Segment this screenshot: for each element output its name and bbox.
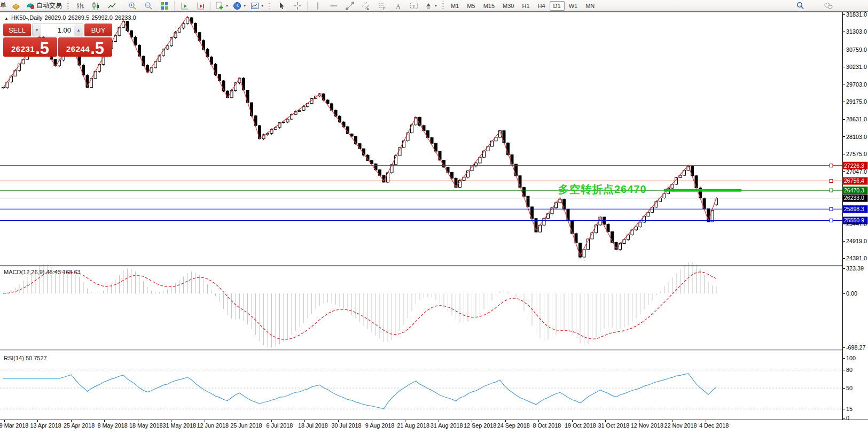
arrows-button[interactable]: ▾ bbox=[422, 0, 439, 11]
sell-price-frac: .5 bbox=[35, 42, 49, 56]
rsi-indicator-label: RSI(14) 50.7527 bbox=[4, 355, 47, 361]
volume-down-button[interactable]: ▼ bbox=[33, 24, 41, 36]
highlight-trendline[interactable] bbox=[664, 189, 741, 192]
buy-price-button[interactable]: 26244.5 bbox=[58, 37, 112, 57]
date-label: 22 Nov 2018 bbox=[664, 422, 697, 429]
svg-text:29703.0: 29703.0 bbox=[846, 81, 867, 88]
svg-text:28631.0: 28631.0 bbox=[846, 116, 867, 122]
periods-button[interactable]: ▾ bbox=[231, 0, 248, 11]
vertical-line-button[interactable] bbox=[310, 0, 325, 11]
svg-text:50: 50 bbox=[846, 385, 853, 391]
svg-text:29175.0: 29175.0 bbox=[846, 98, 867, 105]
timeframe-m30[interactable]: M30 bbox=[499, 1, 518, 11]
sell-button[interactable]: SELL bbox=[3, 24, 31, 36]
horizontal-price-line[interactable] bbox=[0, 207, 842, 211]
date-label: 31 Oct 2018 bbox=[598, 422, 629, 429]
timeframe-m1[interactable]: M1 bbox=[447, 1, 463, 11]
horizontal-price-line[interactable] bbox=[0, 164, 842, 167]
buy-button[interactable]: BUY bbox=[84, 24, 112, 36]
volume-value[interactable]: 1.00 bbox=[41, 24, 74, 36]
main-toolbar: 单 自动交易 ▾ ▾ ▾ bbox=[0, 0, 868, 11]
date-label: 21 Aug 2018 bbox=[397, 422, 429, 429]
ohlc-close: 26233.0 bbox=[115, 14, 136, 21]
horizontal-price-line[interactable] bbox=[0, 180, 842, 183]
indicators-button[interactable]: ▾ bbox=[213, 0, 230, 11]
svg-text:26470.3: 26470.3 bbox=[844, 187, 864, 193]
date-label: 6 Jul 2018 bbox=[266, 422, 293, 429]
date-label: 24 Sep 2018 bbox=[497, 422, 530, 429]
toolbar-separator bbox=[307, 1, 308, 10]
fibonacci-button[interactable]: F bbox=[374, 0, 389, 11]
line-chart-button[interactable] bbox=[104, 0, 120, 11]
toolbar-grip[interactable] bbox=[67, 2, 69, 10]
svg-text:30231.0: 30231.0 bbox=[846, 64, 867, 70]
candlestick-chart-icon bbox=[92, 2, 100, 10]
date-label: 30 Jul 2018 bbox=[332, 422, 362, 429]
new-order-icon[interactable] bbox=[8, 0, 24, 11]
symbol-period: HK50-,Daily bbox=[11, 14, 43, 21]
templates-button[interactable]: ▾ bbox=[248, 0, 265, 11]
svg-text:24391.0: 24391.0 bbox=[846, 255, 867, 261]
horizontal-line-button[interactable] bbox=[326, 0, 341, 11]
cursor-icon bbox=[277, 2, 286, 10]
tile-windows-button[interactable] bbox=[157, 0, 172, 11]
timeframe-mn[interactable]: MN bbox=[582, 1, 598, 11]
date-label: 19 Oct 2018 bbox=[565, 422, 596, 429]
timeframe-m5[interactable]: M5 bbox=[463, 1, 479, 11]
chart-shift-button[interactable] bbox=[193, 0, 208, 11]
search-icon bbox=[796, 2, 804, 10]
horizontal-line-icon bbox=[330, 2, 338, 10]
price-lines[interactable] bbox=[0, 164, 842, 222]
date-label: 8 Oct 2018 bbox=[533, 422, 561, 429]
cursor-button[interactable] bbox=[273, 0, 289, 11]
toolbar-grip[interactable] bbox=[442, 2, 444, 10]
timeframe-d1[interactable]: D1 bbox=[550, 1, 565, 11]
chat-icon bbox=[824, 2, 833, 10]
svg-text:0.00: 0.00 bbox=[846, 290, 857, 297]
text-button[interactable]: A bbox=[390, 0, 405, 11]
bar-chart-icon bbox=[76, 2, 84, 10]
auto-trading-button[interactable]: 自动交易 bbox=[24, 0, 64, 11]
candlestick-chart-button[interactable] bbox=[88, 0, 104, 11]
toolbar-separator bbox=[122, 1, 122, 10]
sell-price-button[interactable]: 26231.5 bbox=[3, 37, 57, 57]
macd-pane bbox=[3, 262, 716, 347]
timeframe-m15[interactable]: M15 bbox=[480, 1, 498, 11]
text-icon: A bbox=[394, 2, 402, 10]
vertical-line-icon bbox=[314, 2, 322, 10]
chart-annotation[interactable]: 多空转折点26470 bbox=[558, 182, 647, 197]
volume-up-button[interactable]: ▲ bbox=[74, 24, 83, 36]
crosshair-button[interactable] bbox=[290, 0, 305, 11]
collapse-trade-panel-icon[interactable]: ▲ bbox=[4, 16, 9, 21]
ohlc-open: 26029.0 bbox=[45, 14, 66, 21]
timeframe-h1[interactable]: H1 bbox=[518, 1, 533, 11]
svg-text:80: 80 bbox=[846, 367, 853, 373]
chevron-down-icon: ▾ bbox=[435, 3, 437, 8]
bar-chart-button[interactable] bbox=[72, 0, 88, 11]
svg-text:26756.4: 26756.4 bbox=[844, 177, 864, 184]
chat-button[interactable] bbox=[820, 0, 836, 11]
timeframe-h4[interactable]: H4 bbox=[534, 1, 549, 11]
axes bbox=[0, 12, 868, 422]
trendline-button[interactable] bbox=[342, 0, 357, 11]
zoom-in-icon bbox=[128, 2, 137, 10]
horizontal-price-line[interactable] bbox=[0, 219, 842, 222]
macd-indicator-label: MACD(12,26,9) 45.43 168.63 bbox=[4, 269, 81, 275]
equidistant-channel-button[interactable]: E bbox=[358, 0, 373, 11]
text-label-button[interactable]: T bbox=[406, 0, 421, 11]
new-order-button[interactable]: 单 bbox=[0, 1, 7, 10]
timeframe-w1[interactable]: W1 bbox=[565, 1, 582, 11]
chart-canvas[interactable]: 27226.326756.426470.326233.025898.325550… bbox=[0, 12, 868, 434]
svg-text:31831.0: 31831.0 bbox=[846, 12, 867, 18]
svg-text:25898.3: 25898.3 bbox=[844, 206, 864, 212]
chevron-down-icon: ▾ bbox=[261, 3, 263, 8]
svg-text:15: 15 bbox=[846, 406, 853, 412]
svg-text:E: E bbox=[367, 7, 369, 10]
auto-scroll-button[interactable] bbox=[177, 0, 192, 11]
date-label: 29 Mar 2018 bbox=[0, 422, 28, 429]
toolbar-grip[interactable] bbox=[269, 2, 270, 10]
search-button[interactable] bbox=[792, 0, 808, 11]
periods-clock-icon bbox=[233, 2, 241, 10]
zoom-out-button[interactable] bbox=[140, 0, 156, 11]
zoom-in-button[interactable] bbox=[124, 0, 140, 11]
